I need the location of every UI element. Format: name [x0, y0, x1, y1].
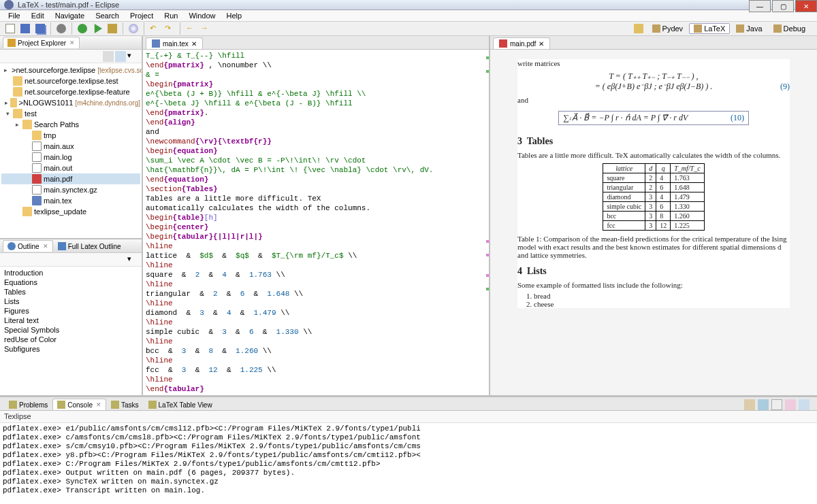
menu-search[interactable]: Search: [90, 10, 125, 21]
console-display-button[interactable]: [758, 399, 769, 410]
code-line[interactable]: T_{-+} & T_{--} \hfill: [146, 51, 486, 61]
code-line[interactable]: Tables are a little more difficult. TeX: [146, 194, 486, 203]
console-pin-button[interactable]: [744, 399, 755, 410]
tree-item[interactable]: main.aux: [1, 141, 140, 152]
run-last-button[interactable]: [106, 22, 119, 35]
tree-item[interactable]: main.synctex.gz: [1, 184, 140, 195]
close-icon[interactable]: ✕: [43, 243, 48, 250]
view-menu-button[interactable]: ▾: [127, 51, 138, 62]
new-button[interactable]: [3, 22, 17, 35]
code-line[interactable]: \hline: [146, 375, 486, 384]
console-clear-button[interactable]: [771, 399, 782, 410]
menu-run[interactable]: Run: [159, 10, 183, 21]
project-tree[interactable]: ▸>net.sourceforge.texlipse [texlipse.cvs…: [0, 63, 142, 238]
outline-item[interactable]: Lists: [4, 297, 138, 306]
console-scroll-lock-button[interactable]: [785, 399, 796, 410]
next-annotation-button[interactable]: ↷: [163, 22, 176, 35]
code-line[interactable]: \hline: [146, 299, 486, 308]
editor-tab-main-tex[interactable]: main.tex ✕: [146, 37, 203, 49]
tree-item[interactable]: net.sourceforge.texlipse.test: [1, 75, 140, 86]
code-line[interactable]: \end{tabular}: [146, 384, 486, 394]
open-perspective-button[interactable]: [632, 22, 645, 35]
code-editor[interactable]: T_{-+} & T_{--} \hfill\end{pmatrix} , \n…: [143, 50, 489, 395]
code-line[interactable]: \begin{pmatrix}: [146, 80, 486, 89]
bottom-tab-latex-table-view[interactable]: LaTeX Table View: [144, 399, 217, 410]
pdf-viewer[interactable]: write matrices T = ( T₊₊ T₊₋ ; T₋₊ T₋₋ )…: [490, 50, 817, 395]
editor-tab-main-pdf[interactable]: main.pdf ✕: [493, 37, 550, 49]
tree-item[interactable]: ▸Search Paths: [1, 119, 140, 130]
minimize-button[interactable]: —: [749, 0, 771, 12]
outline-tab[interactable]: Outline ✕: [3, 240, 53, 252]
code-line[interactable]: e^{\beta (J + B)} \hfill & e^{-\beta J} …: [146, 89, 486, 99]
code-line[interactable]: & =: [146, 70, 486, 80]
code-line[interactable]: \section{Tables}: [146, 184, 486, 194]
menu-file[interactable]: File: [3, 10, 26, 21]
code-line[interactable]: \end{equation}: [146, 175, 486, 184]
tree-item[interactable]: main.pdf: [1, 173, 140, 184]
build-button[interactable]: [54, 22, 68, 35]
code-line[interactable]: \begin{table}[h]: [146, 213, 486, 222]
tree-item[interactable]: ▾test: [1, 108, 140, 119]
close-icon[interactable]: ✕: [191, 40, 197, 48]
console-output[interactable]: pdflatex.exe> e1/public/amsfonts/cm/cmsl…: [0, 423, 817, 504]
code-line[interactable]: \hline: [146, 337, 486, 346]
tree-item[interactable]: main.log: [1, 152, 140, 163]
close-icon[interactable]: ✕: [69, 39, 75, 46]
code-line[interactable]: \end{pmatrix}.: [146, 108, 486, 118]
perspective-java[interactable]: Java: [731, 23, 767, 34]
prev-annotation-button[interactable]: ↶: [148, 22, 161, 35]
outline-item[interactable]: Special Symbols: [4, 325, 138, 335]
outline-item[interactable]: Subfigures: [4, 344, 138, 354]
close-button[interactable]: ✕: [795, 0, 817, 12]
code-line[interactable]: \hline: [146, 241, 486, 251]
tree-item[interactable]: main.out: [1, 163, 140, 173]
run-button[interactable]: [91, 22, 104, 35]
outline-menu-button[interactable]: ▾: [127, 254, 138, 265]
save-button[interactable]: [18, 22, 32, 35]
perspective-latex[interactable]: LaTeX: [689, 23, 730, 34]
tree-item[interactable]: net.sourceforge.texlipse-feature: [1, 86, 140, 97]
code-line[interactable]: bcc & 3 & 8 & 1.260 \\: [146, 346, 486, 356]
code-line[interactable]: \begin{equation}: [146, 146, 486, 156]
tree-item[interactable]: ▸>NLOGWS1011 [m4chine.dyndns.org]: [1, 97, 140, 108]
menu-help[interactable]: Help: [221, 10, 248, 21]
tree-item[interactable]: tmp: [1, 130, 140, 141]
code-line[interactable]: simple cubic & 3 & 6 & 1.330 \\: [146, 327, 486, 337]
perspective-pydev[interactable]: Pydev: [647, 23, 688, 34]
back-button[interactable]: ←: [184, 22, 197, 35]
outline-item[interactable]: Literal text: [4, 316, 138, 325]
perspective-debug[interactable]: Debug: [769, 23, 810, 34]
outline-item[interactable]: Equations: [4, 278, 138, 287]
outline-list[interactable]: IntroductionEquationsTablesListsFiguresL…: [0, 267, 142, 395]
code-line[interactable]: \begin{tabular}{|l|l|r|l|}: [146, 232, 486, 241]
code-line[interactable]: \end{pmatrix} , \nonumber \\: [146, 61, 486, 70]
code-line[interactable]: \end{align}: [146, 118, 486, 127]
debug-button[interactable]: [76, 22, 89, 35]
full-outline-tab[interactable]: Full Latex Outline: [53, 240, 126, 252]
code-line[interactable]: \hline: [146, 261, 486, 270]
code-line[interactable]: \hline: [146, 318, 486, 327]
tree-item[interactable]: texlipse_update: [1, 206, 140, 217]
code-line[interactable]: fcc & 3 & 12 & 1.225 \\: [146, 365, 486, 375]
code-line[interactable]: \newcommand{\rv}{\textbf{r}}: [146, 137, 486, 146]
bottom-tab-tasks[interactable]: Tasks: [106, 399, 144, 410]
outline-item[interactable]: redUse of Color: [4, 335, 138, 344]
code-line[interactable]: e^{-\beta J} \hfill & e^{\beta (J - B)} …: [146, 99, 486, 108]
code-line[interactable]: \begin{center}: [146, 222, 486, 232]
code-line[interactable]: automatically calculates the width of th…: [146, 203, 486, 213]
link-editor-button[interactable]: [115, 51, 126, 62]
menu-edit[interactable]: Edit: [26, 10, 50, 21]
code-line[interactable]: and: [146, 127, 486, 137]
code-line[interactable]: lattice & $d$ & $q$ & $T_{\rm mf}/T_c$ \…: [146, 251, 486, 261]
code-line[interactable]: diamond & 3 & 4 & 1.479 \\: [146, 308, 486, 318]
outline-item[interactable]: Figures: [4, 306, 138, 316]
menu-window[interactable]: Window: [183, 10, 221, 21]
menu-navigate[interactable]: Navigate: [50, 10, 90, 21]
code-line[interactable]: \hat{\mathbf{n}}\, dA = P\!\int \! {\vec…: [146, 165, 486, 175]
maximize-button[interactable]: ▢: [772, 0, 794, 12]
outline-item[interactable]: Introduction: [4, 268, 138, 278]
collapse-all-button[interactable]: [103, 51, 114, 62]
console-open-button[interactable]: [799, 399, 810, 410]
tree-item[interactable]: main.tex: [1, 195, 140, 206]
code-line[interactable]: square & 2 & 4 & 1.763 \\: [146, 270, 486, 280]
